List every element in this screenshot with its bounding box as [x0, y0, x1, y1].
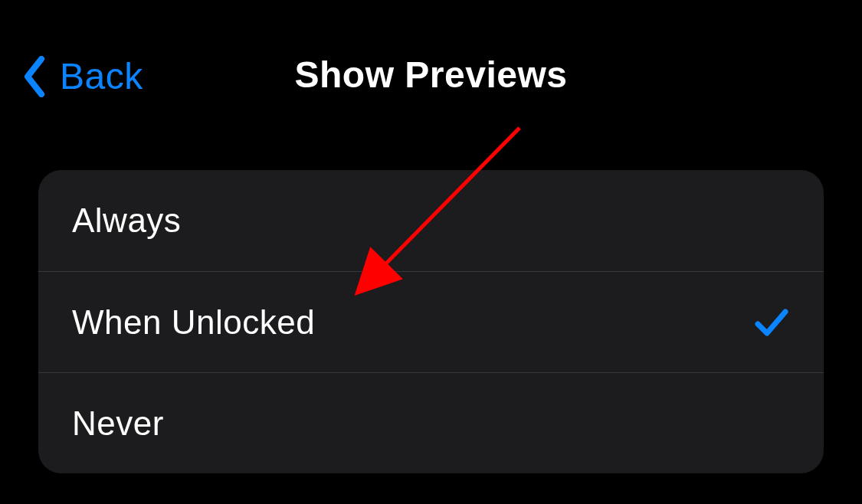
page-title: Show Previews	[0, 54, 862, 96]
nav-bar: Back Show Previews	[0, 0, 862, 123]
option-label: Never	[72, 404, 164, 443]
option-when-unlocked[interactable]: When Unlocked	[38, 271, 824, 372]
option-never[interactable]: Never	[38, 372, 824, 473]
option-label: Always	[72, 201, 181, 240]
option-always[interactable]: Always	[38, 170, 824, 271]
options-panel: Always When Unlocked Never	[38, 170, 824, 473]
option-label: When Unlocked	[72, 303, 315, 342]
checkmark-icon	[753, 304, 790, 341]
